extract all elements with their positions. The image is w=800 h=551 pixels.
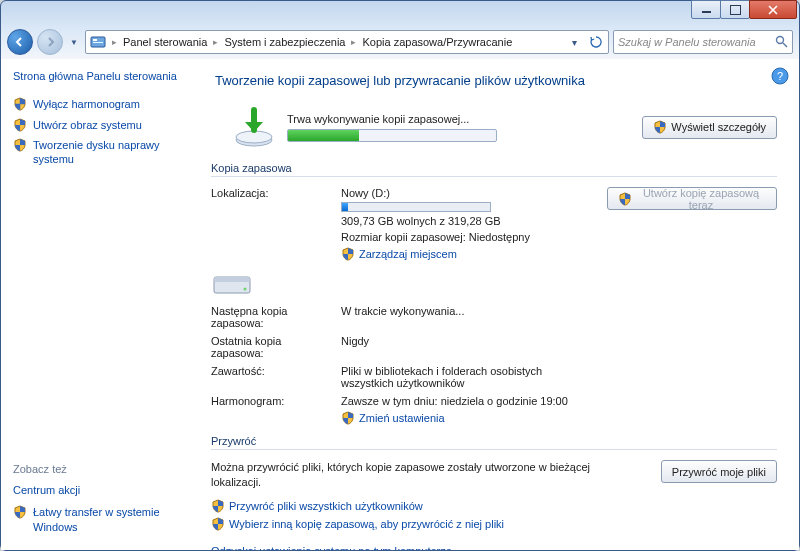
refresh-button[interactable] bbox=[586, 32, 606, 52]
breadcrumb-item[interactable]: Kopia zapasowa/Przywracanie bbox=[358, 36, 516, 48]
see-also-heading: Zobacz też bbox=[13, 463, 189, 475]
content-label: Zawartość: bbox=[211, 365, 331, 389]
restore-section-heading: Przywróć bbox=[211, 435, 777, 450]
minimize-button[interactable] bbox=[691, 0, 721, 19]
window-buttons bbox=[692, 0, 797, 19]
breadcrumb-bar[interactable]: ▸ Panel sterowania ▸ System i zabezpiecz… bbox=[85, 30, 609, 54]
shield-icon bbox=[211, 517, 225, 531]
location-label: Lokalizacja: bbox=[211, 187, 331, 263]
search-input[interactable]: Szukaj w Panelu sterowania bbox=[613, 30, 793, 54]
shield-icon bbox=[13, 97, 27, 111]
window-frame: ▼ ▸ Panel sterowania ▸ System i zabezpie… bbox=[0, 0, 800, 551]
svg-line-4 bbox=[783, 43, 787, 47]
shield-icon bbox=[13, 138, 27, 152]
hard-drive-icon bbox=[211, 269, 253, 299]
free-space: 309,73 GB wolnych z 319,28 GB bbox=[341, 215, 597, 227]
search-placeholder: Szukaj w Panelu sterowania bbox=[618, 36, 756, 48]
content-value: Pliki w bibliotekach i folderach osobist… bbox=[341, 365, 597, 389]
button-label: Przywróć moje pliki bbox=[672, 466, 766, 478]
shield-icon bbox=[341, 247, 355, 261]
svg-point-11 bbox=[244, 288, 247, 291]
link-label: Zarządzaj miejscem bbox=[359, 248, 457, 260]
control-panel-home-link[interactable]: Strona główna Panelu sterowania bbox=[13, 69, 189, 83]
svg-point-3 bbox=[777, 36, 784, 43]
sidebar-label: Łatwy transfer w systemie Windows bbox=[33, 505, 189, 534]
chevron-right-icon: ▸ bbox=[349, 37, 358, 47]
body: Strona główna Panelu sterowania Wyłącz h… bbox=[1, 59, 799, 550]
sidebar-label: Tworzenie dysku naprawy systemu bbox=[33, 138, 189, 167]
sidebar: Strona główna Panelu sterowania Wyłącz h… bbox=[1, 59, 201, 550]
breadcrumb-item[interactable]: Panel sterowania bbox=[119, 36, 211, 48]
chevron-right-icon: ▸ bbox=[110, 37, 119, 47]
restore-links: Przywróć pliki wszystkich użytkowników W… bbox=[211, 499, 777, 531]
control-panel-icon bbox=[89, 33, 107, 51]
restore-my-files-button[interactable]: Przywróć moje pliki bbox=[661, 460, 777, 483]
next-backup-label: Następna kopia zapasowa: bbox=[211, 305, 331, 329]
drive-name: Nowy (D:) bbox=[341, 187, 597, 199]
shield-icon bbox=[341, 411, 355, 425]
backup-status-row: Trwa wykonywanie kopii zapasowej... Wyśw… bbox=[231, 106, 777, 148]
sidebar-link-disable-schedule[interactable]: Wyłącz harmonogram bbox=[13, 97, 189, 111]
titlebar bbox=[1, 1, 799, 25]
next-backup-value: W trakcie wykonywania... bbox=[341, 305, 597, 329]
progress-fill bbox=[288, 130, 359, 141]
shield-icon bbox=[211, 499, 225, 513]
progress-bar bbox=[287, 129, 497, 142]
last-backup-value: Nigdy bbox=[341, 335, 597, 359]
link-label: Przywróć pliki wszystkich użytkowników bbox=[229, 500, 423, 512]
shield-icon bbox=[13, 505, 27, 519]
breadcrumb-dropdown[interactable]: ▾ bbox=[564, 32, 584, 52]
chevron-right-icon: ▸ bbox=[211, 37, 220, 47]
svg-rect-10 bbox=[214, 277, 250, 282]
shield-icon bbox=[653, 120, 667, 134]
svg-rect-1 bbox=[93, 39, 97, 41]
restore-all-users-link[interactable]: Przywróć pliki wszystkich użytkowników bbox=[211, 499, 777, 513]
navbar: ▼ ▸ Panel sterowania ▸ System i zabezpie… bbox=[1, 25, 799, 59]
schedule-value: Zawsze w tym dniu: niedziela o godzinie … bbox=[341, 395, 597, 427]
help-icon[interactable]: ? bbox=[771, 67, 789, 85]
sidebar-link-action-center[interactable]: Centrum akcji bbox=[13, 483, 189, 497]
schedule-text: Zawsze w tym dniu: niedziela o godzinie … bbox=[341, 395, 597, 407]
link-label: Zmień ustawienia bbox=[359, 412, 445, 424]
manage-space-link[interactable]: Zarządzaj miejscem bbox=[341, 247, 457, 261]
sidebar-link-easy-transfer[interactable]: Łatwy transfer w systemie Windows bbox=[13, 505, 189, 534]
page-title: Tworzenie kopii zapasowej lub przywracan… bbox=[215, 73, 777, 88]
shield-icon bbox=[618, 192, 632, 206]
svg-rect-2 bbox=[93, 42, 103, 43]
status-message: Trwa wykonywanie kopii zapasowej... bbox=[287, 113, 632, 125]
breadcrumb-item[interactable]: System i zabezpieczenia bbox=[220, 36, 349, 48]
sidebar-link-create-image[interactable]: Utwórz obraz systemu bbox=[13, 118, 189, 132]
disk-usage-bar bbox=[341, 202, 491, 212]
restore-description: Można przywrócić pliki, których kopie za… bbox=[211, 460, 641, 491]
last-backup-label: Ostatnia kopia zapasowa: bbox=[211, 335, 331, 359]
restore-row: Można przywrócić pliki, których kopie za… bbox=[211, 460, 777, 491]
button-label: Utwórz kopię zapasową teraz bbox=[636, 187, 766, 211]
view-details-button[interactable]: Wyświetl szczegóły bbox=[642, 116, 777, 139]
shield-icon bbox=[13, 118, 27, 132]
backup-info-grid: Lokalizacja: Nowy (D:) 309,73 GB wolnych… bbox=[211, 187, 777, 427]
sidebar-link-repair-disc[interactable]: Tworzenie dysku naprawy systemu bbox=[13, 138, 189, 167]
location-value: Nowy (D:) 309,73 GB wolnych z 319,28 GB … bbox=[341, 187, 597, 263]
content-pane: ? Tworzenie kopii zapasowej lub przywrac… bbox=[201, 59, 799, 550]
change-settings-link[interactable]: Zmień ustawienia bbox=[341, 411, 445, 425]
close-button[interactable] bbox=[749, 0, 797, 19]
button-label: Wyświetl szczegóły bbox=[671, 121, 766, 133]
nav-back-button[interactable] bbox=[7, 29, 33, 55]
svg-text:?: ? bbox=[777, 70, 783, 82]
maximize-button[interactable] bbox=[720, 0, 750, 19]
backup-status-text: Trwa wykonywanie kopii zapasowej... bbox=[287, 113, 632, 142]
choose-other-backup-link[interactable]: Wybierz inną kopię zapasową, aby przywró… bbox=[211, 517, 777, 531]
nav-history-dropdown[interactable]: ▼ bbox=[67, 32, 81, 52]
nav-forward-button[interactable] bbox=[37, 29, 63, 55]
sidebar-label: Wyłącz harmonogram bbox=[33, 97, 140, 111]
recover-system-settings-link[interactable]: Odzyskaj ustawienia systemu na tym kompu… bbox=[211, 545, 777, 550]
backup-running-icon bbox=[231, 106, 277, 148]
schedule-label: Harmonogram: bbox=[211, 395, 331, 427]
search-icon bbox=[775, 35, 788, 50]
backup-section-heading: Kopia zapasowa bbox=[211, 162, 777, 177]
backup-size: Rozmiar kopii zapasowej: Niedostępny bbox=[341, 231, 597, 243]
link-label: Wybierz inną kopię zapasową, aby przywró… bbox=[229, 518, 504, 530]
sidebar-label: Utwórz obraz systemu bbox=[33, 118, 142, 132]
hdd-icon-cell bbox=[211, 269, 331, 299]
backup-now-button[interactable]: Utwórz kopię zapasową teraz bbox=[607, 187, 777, 210]
